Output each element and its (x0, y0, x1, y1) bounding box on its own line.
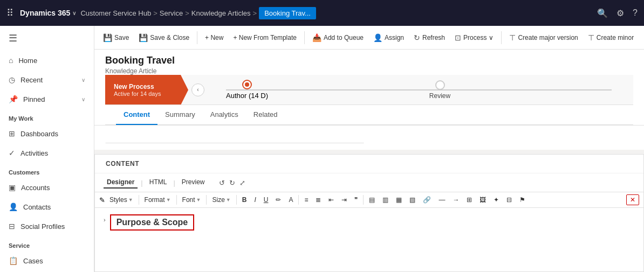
toolbar-sep-3 (501, 31, 502, 44)
breadcrumb-active[interactable]: Booking Trav... (259, 7, 316, 19)
sidebar-hamburger[interactable]: ☰ (0, 26, 94, 51)
arrow-button[interactable]: → (449, 194, 462, 205)
process-collapse-button[interactable]: ‹ (191, 83, 204, 96)
breadcrumb: Customer Service Hub > Service > Knowled… (80, 7, 316, 19)
right-panel: 💾 Save 💾 Save & Close + New + New From T… (94, 26, 644, 272)
bold-button[interactable]: B (239, 194, 250, 205)
new-from-template-button[interactable]: + New From Template (229, 32, 301, 44)
sidebar-item-dashboards[interactable]: ⊞ Dashboards (0, 124, 94, 143)
new-button[interactable]: + New (201, 32, 228, 44)
sidebar-item-pinned[interactable]: 📌 Pinned ∨ (0, 89, 94, 109)
assign-button[interactable]: 👤 Assign (369, 31, 408, 44)
content-section-header: CONTENT (95, 155, 643, 173)
editor-toolbar: ✎ Styles ▼ Format ▼ Font ▼ (95, 192, 643, 208)
unlink-button[interactable]: — (435, 194, 448, 205)
editor-tab-designer[interactable]: Designer (104, 177, 138, 189)
pin-icon: 📌 (9, 95, 18, 103)
cases-label: Cases (23, 257, 43, 265)
process-stage-name: New Process (114, 83, 172, 90)
breadcrumb-knowledge[interactable]: Knowledge Articles (191, 9, 251, 17)
image-button[interactable]: 🖼 (476, 194, 489, 205)
ordered-list-button[interactable]: ≣ (312, 194, 324, 205)
save-button[interactable]: 💾 Save (99, 31, 133, 44)
refresh-button[interactable]: ↻ Refresh (409, 31, 449, 44)
process-active-stage[interactable]: New Process Active for 14 days (105, 75, 181, 104)
indent-button[interactable]: ⇥ (338, 194, 350, 205)
blockquote-button[interactable]: ❞ (351, 194, 361, 205)
link-button[interactable]: 🔗 (420, 194, 434, 205)
tb-sep6 (363, 195, 364, 205)
format-dropdown[interactable]: Format ▼ (141, 194, 174, 205)
tab-analytics[interactable]: Analytics (203, 105, 246, 125)
expand-icon[interactable]: ⤢ (239, 179, 245, 187)
outdent-button[interactable]: ⇤ (325, 194, 337, 205)
brand[interactable]: Dynamics 365 ∨ (20, 9, 76, 17)
align-right-button[interactable]: ▦ (393, 194, 405, 205)
add-to-queue-button[interactable]: 📥 Add to Queue (308, 31, 368, 44)
tab-content[interactable]: Content (116, 105, 157, 125)
process-step-author[interactable]: Author (14 D) (226, 80, 268, 100)
sidebar-item-social[interactable]: ⊟ Social Profiles (0, 217, 94, 236)
align-center-button[interactable]: ▥ (379, 194, 392, 205)
editor-content-block: › Purpose & Scope (104, 214, 635, 231)
underline-button[interactable]: U (261, 194, 272, 205)
align-justify-button[interactable]: ▧ (406, 194, 419, 205)
brand-label: Dynamics 365 (20, 9, 70, 17)
close-toolbar-button[interactable]: ✕ (626, 194, 639, 205)
blocks-button[interactable]: ⊟ (503, 194, 515, 205)
sidebar-item-activities[interactable]: ✓ Activities (0, 143, 94, 163)
editor-tab-preview[interactable]: Preview (179, 177, 208, 189)
star-button[interactable]: ✦ (490, 194, 502, 205)
review-step-circle (435, 80, 445, 90)
process-button[interactable]: ⊡ Process ∨ (450, 31, 498, 44)
save-close-icon: 💾 (139, 33, 148, 42)
styles-dropdown[interactable]: Styles ▼ (106, 194, 136, 205)
sidebar-item-cases[interactable]: 📋 Cases (0, 251, 94, 270)
breadcrumb-app[interactable]: Customer Service Hub (80, 9, 151, 17)
tab-summary[interactable]: Summary (157, 105, 203, 125)
brand-chevron-icon: ∨ (72, 10, 76, 16)
table-button[interactable]: ⊞ (463, 194, 475, 205)
font-color-button[interactable]: A (285, 194, 296, 205)
sidebar-item-contacts[interactable]: 👤 Contacts (0, 197, 94, 217)
search-icon[interactable]: 🔍 (597, 8, 608, 18)
sidebar-item-recent[interactable]: ◷ Recent ∨ (0, 70, 94, 89)
size-dropdown[interactable]: Size ▼ (209, 194, 234, 205)
flag-button[interactable]: ⚑ (516, 194, 529, 205)
sidebar-item-home[interactable]: ⌂ Home (0, 51, 94, 70)
record-subtitle: Knowledge Article (105, 67, 633, 75)
eraser-icon[interactable]: ✎ (99, 196, 105, 204)
italic-button[interactable]: I (251, 194, 259, 205)
help-icon[interactable]: ? (633, 8, 638, 18)
align-left-button[interactable]: ▤ (366, 194, 378, 205)
app-launcher-icon[interactable]: ⠿ (6, 7, 13, 19)
social-label: Social Profiles (20, 222, 65, 231)
tab-related[interactable]: Related (246, 105, 285, 125)
create-minor-button[interactable]: ⊤ Create minor (584, 31, 638, 44)
process-stage-sub: Active for 14 days (114, 90, 172, 97)
settings-icon[interactable]: ⚙ (616, 8, 624, 18)
article-title-input[interactable] (105, 125, 364, 143)
create-major-button[interactable]: ⊤ Create major version (505, 31, 582, 44)
process-icon: ⊡ (455, 33, 461, 42)
breadcrumb-service[interactable]: Service (160, 9, 183, 17)
top-nav-actions: 🔍 ⚙ ? (597, 8, 638, 18)
unordered-list-button[interactable]: ≡ (301, 194, 311, 205)
pencil-button[interactable]: ✏ (272, 194, 284, 205)
block-title[interactable]: Purpose & Scope (110, 214, 194, 231)
process-step-review[interactable]: Review (429, 80, 450, 100)
sidebar-item-accounts[interactable]: ▣ Accounts (0, 178, 94, 197)
redo-icon[interactable]: ↻ (229, 179, 235, 187)
tb-sep4 (236, 195, 237, 205)
save-close-button[interactable]: 💾 Save & Close (134, 31, 194, 44)
undo-icon[interactable]: ↺ (219, 179, 225, 187)
form-area (94, 125, 644, 150)
font-dd-icon: ▼ (196, 197, 201, 203)
editor-tab-html[interactable]: HTML (146, 177, 170, 189)
editor-tools: ↺ ↻ ⤢ (219, 179, 245, 187)
sidebar-recent-label: Recent (20, 76, 43, 84)
breadcrumb-sep3: > (253, 9, 257, 17)
styles-dd-icon: ▼ (128, 197, 133, 203)
social-icon: ⊟ (9, 222, 15, 231)
font-dropdown[interactable]: Font ▼ (179, 194, 204, 205)
